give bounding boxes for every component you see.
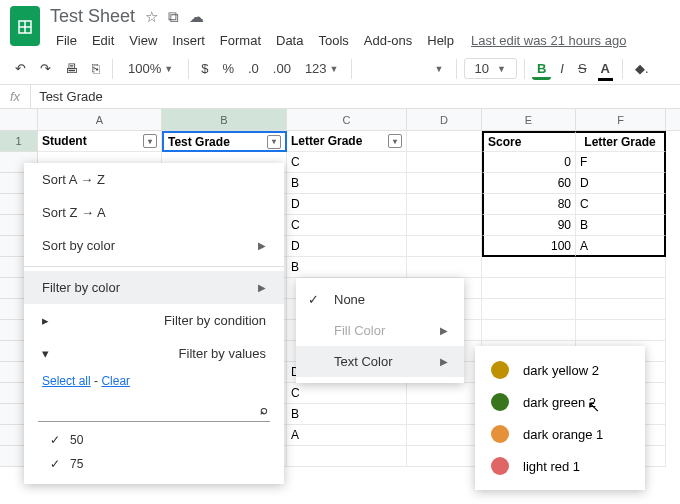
cell[interactable]: C [287,383,407,404]
zoom-select[interactable]: 100%▼ [120,59,181,78]
sort-z-a[interactable]: Sort Z → A [24,196,284,229]
font-select[interactable]: ▼ [359,60,449,78]
cell[interactable]: 90 [482,215,576,236]
sort-by-color[interactable]: Sort by color▶ [24,229,284,262]
decrease-decimal[interactable]: .0 [243,57,264,80]
cell[interactable]: Test Grade▾ [162,131,287,152]
cell[interactable]: D [576,173,666,194]
italic-button[interactable]: I [555,57,569,80]
cell[interactable]: D [287,194,407,215]
menu-help[interactable]: Help [421,30,460,51]
increase-decimal[interactable]: .00 [268,57,296,80]
menu-view[interactable]: View [123,30,163,51]
more-formats[interactable]: 123▼ [300,57,344,80]
cell[interactable]: B [287,404,407,425]
search-icon: ⌕ [260,402,268,417]
filter-by-values[interactable]: ▾ Filter by values [24,337,284,370]
fill-color-button[interactable]: ◆. [630,57,654,80]
format-currency[interactable]: $ [196,57,213,80]
filter-search-input[interactable] [40,402,260,417]
cell[interactable]: A [287,425,407,446]
filter-icon[interactable]: ▾ [388,134,402,148]
menu-insert[interactable]: Insert [166,30,211,51]
filter-value[interactable]: ✓75 [24,452,284,476]
cell[interactable]: D [287,236,407,257]
cell[interactable]: C [287,152,407,173]
sort-a-z[interactable]: Sort A → Z [24,163,284,196]
cell[interactable]: Letter Grade▾ [287,131,407,152]
select-all-cells[interactable] [0,109,38,130]
sheets-logo[interactable] [10,6,40,46]
cell[interactable]: 100 [482,236,576,257]
redo-button[interactable]: ↷ [35,57,56,80]
col-header-e[interactable]: E [482,109,576,130]
paint-format-button[interactable]: ⎘ [87,57,105,80]
last-edit-link[interactable]: Last edit was 21 hours ago [471,33,626,48]
filter-color-submenu: ✓None Fill Color▶ Text Color▶ [296,278,464,383]
filter-fill-color[interactable]: Fill Color▶ [296,315,464,346]
toolbar: ↶ ↷ 🖶 ⎘ 100%▼ $ % .0 .00 123▼ ▼ 10▼ B I … [0,53,680,85]
color-swatch [491,361,509,379]
cell[interactable]: 80 [482,194,576,215]
color-swatch [491,425,509,443]
select-all-link[interactable]: Select all [42,374,91,388]
cell[interactable]: 60 [482,173,576,194]
filter-search[interactable]: ⌕ [38,398,270,422]
undo-button[interactable]: ↶ [10,57,31,80]
cell[interactable]: B [576,215,666,236]
row-header[interactable]: 1 [0,131,38,152]
text-color-button[interactable]: A [596,57,615,80]
cell[interactable]: B [287,173,407,194]
filter-by-color[interactable]: Filter by color▶ [24,271,284,304]
filter-menu: Sort A → Z Sort Z → A Sort by color▶ Fil… [24,163,284,484]
cell[interactable]: C [287,215,407,236]
filter-icon[interactable]: ▾ [143,134,157,148]
cell[interactable]: 0 [482,152,576,173]
filter-value[interactable]: ✓50 [24,428,284,452]
cell[interactable]: Letter Grade [576,131,666,152]
cell[interactable]: F [576,152,666,173]
cloud-icon[interactable]: ☁ [189,8,204,26]
filter-color-none[interactable]: ✓None [296,284,464,315]
color-option[interactable]: dark yellow 2 [475,354,645,386]
col-header-f[interactable]: F [576,109,666,130]
color-option[interactable]: light red 1 [475,450,645,482]
filter-by-condition[interactable]: ▸ Filter by condition [24,304,284,337]
formula-bar[interactable]: Test Grade [31,85,111,108]
fx-label: fx [0,85,31,108]
col-header-c[interactable]: C [287,109,407,130]
text-color-submenu: dark yellow 2 dark green 2 dark orange 1… [475,346,645,490]
menu-addons[interactable]: Add-ons [358,30,418,51]
col-header-d[interactable]: D [407,109,482,130]
menu-bar: File Edit View Insert Format Data Tools … [50,30,670,51]
strike-button[interactable]: S [573,57,592,80]
move-icon[interactable]: ⧉ [168,8,179,26]
doc-title[interactable]: Test Sheet [50,6,135,27]
color-swatch [491,457,509,475]
bold-button[interactable]: B [532,57,551,80]
color-swatch [491,393,509,411]
format-percent[interactable]: % [217,57,239,80]
print-button[interactable]: 🖶 [60,57,83,80]
cell[interactable] [407,131,482,152]
menu-tools[interactable]: Tools [312,30,354,51]
color-option[interactable]: dark orange 1 [475,418,645,450]
color-option[interactable]: dark green 2 [475,386,645,418]
menu-file[interactable]: File [50,30,83,51]
menu-edit[interactable]: Edit [86,30,120,51]
cell[interactable]: B [287,257,407,278]
filter-text-color[interactable]: Text Color▶ [296,346,464,377]
clear-link[interactable]: Clear [101,374,130,388]
col-header-a[interactable]: A [38,109,162,130]
filter-icon[interactable]: ▾ [267,135,281,149]
menu-data[interactable]: Data [270,30,309,51]
cell[interactable]: Student▾ [38,131,162,152]
cell[interactable]: A [576,236,666,257]
col-header-b[interactable]: B [162,109,287,130]
cell[interactable]: C [576,194,666,215]
font-size-input[interactable]: 10▼ [464,58,517,79]
menu-format[interactable]: Format [214,30,267,51]
cell[interactable]: Score [482,131,576,152]
star-icon[interactable]: ☆ [145,8,158,26]
